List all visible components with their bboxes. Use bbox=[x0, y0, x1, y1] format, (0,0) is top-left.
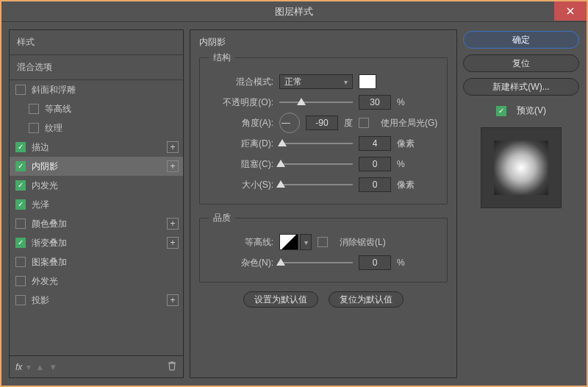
add-effect-icon[interactable]: + bbox=[167, 218, 179, 230]
style-label: 渐变叠加 bbox=[32, 237, 67, 249]
size-input[interactable]: 0 bbox=[359, 177, 391, 192]
shadow-color-swatch[interactable] bbox=[359, 74, 376, 89]
add-effect-icon[interactable]: + bbox=[167, 237, 179, 249]
noise-input[interactable]: 0 bbox=[359, 255, 391, 270]
styles-footer: fx ▾ ▲ ▼ bbox=[9, 356, 184, 378]
style-checkbox[interactable] bbox=[15, 161, 26, 171]
size-slider[interactable] bbox=[279, 180, 353, 190]
style-item-10[interactable]: 外发光 bbox=[10, 271, 183, 291]
style-item-3[interactable]: 描边+ bbox=[10, 138, 183, 157]
layer-style-dialog: 图层样式 样式 混合选项 斜面和浮雕等高线纹理描边+内阴影+内发光光泽颜色叠加+… bbox=[0, 0, 588, 387]
style-checkbox[interactable] bbox=[15, 219, 26, 229]
blend-mode-select[interactable]: 正常 ▾ bbox=[279, 74, 353, 89]
style-checkbox[interactable] bbox=[15, 276, 26, 286]
trash-icon[interactable] bbox=[167, 361, 177, 373]
close-icon bbox=[567, 7, 574, 15]
style-item-7[interactable]: 颜色叠加+ bbox=[10, 214, 183, 233]
styles-panel: 样式 混合选项 斜面和浮雕等高线纹理描边+内阴影+内发光光泽颜色叠加+渐变叠加+… bbox=[9, 29, 184, 356]
opacity-unit: % bbox=[397, 97, 405, 107]
opacity-input[interactable]: 30 bbox=[359, 95, 391, 110]
contour-dropdown[interactable]: ▾ bbox=[300, 234, 312, 250]
style-item-2[interactable]: 纹理 bbox=[10, 118, 183, 138]
chevron-down-icon: ▾ bbox=[344, 78, 348, 86]
blend-mode-label: 混合模式: bbox=[209, 76, 273, 88]
add-effect-icon[interactable]: + bbox=[167, 141, 179, 153]
noise-slider[interactable] bbox=[279, 258, 353, 268]
preview-label: 预览(V) bbox=[517, 104, 546, 117]
style-checkbox[interactable] bbox=[15, 295, 26, 305]
cancel-button[interactable]: 复位 bbox=[463, 54, 579, 72]
style-label: 斜面和浮雕 bbox=[32, 84, 76, 96]
style-item-4[interactable]: 内阴影+ bbox=[10, 157, 183, 176]
new-style-button[interactable]: 新建样式(W)... bbox=[463, 78, 579, 96]
noise-unit: % bbox=[397, 258, 405, 268]
preview-checkbox[interactable] bbox=[496, 106, 506, 116]
antialias-checkbox[interactable] bbox=[318, 237, 328, 247]
style-checkbox[interactable] bbox=[15, 180, 26, 191]
add-effect-icon[interactable]: + bbox=[167, 160, 179, 172]
set-default-button[interactable]: 设置为默认值 bbox=[243, 291, 318, 308]
global-light-checkbox[interactable] bbox=[359, 118, 369, 128]
chevron-down-icon: ▾ bbox=[304, 238, 308, 246]
style-item-11[interactable]: 投影+ bbox=[10, 291, 183, 310]
style-checkbox[interactable] bbox=[15, 199, 26, 210]
close-button[interactable] bbox=[554, 1, 587, 21]
angle-dial[interactable] bbox=[279, 113, 300, 133]
style-checkbox[interactable] bbox=[15, 85, 26, 95]
fx-menu[interactable]: fx bbox=[15, 362, 22, 372]
choke-label: 阻塞(C): bbox=[209, 158, 273, 171]
style-item-9[interactable]: 图案叠加 bbox=[10, 252, 183, 271]
move-down-icon[interactable]: ▼ bbox=[49, 362, 57, 372]
style-checkbox[interactable] bbox=[29, 123, 39, 133]
angle-label: 角度(A): bbox=[209, 117, 273, 129]
choke-slider[interactable] bbox=[279, 159, 353, 169]
right-panel: 确定 复位 新建样式(W)... 预览(V) bbox=[463, 29, 579, 378]
effect-settings-panel: 内阴影 结构 混合模式: 正常 ▾ 不透明度(O): 30 % bbox=[190, 29, 457, 378]
style-label: 描边 bbox=[32, 141, 49, 154]
style-item-5[interactable]: 内发光 bbox=[10, 176, 183, 195]
style-item-8[interactable]: 渐变叠加+ bbox=[10, 233, 183, 252]
choke-input[interactable]: 0 bbox=[359, 157, 391, 171]
angle-unit: 度 bbox=[344, 117, 353, 129]
styles-header[interactable]: 样式 bbox=[10, 30, 183, 55]
opacity-slider[interactable] bbox=[279, 97, 353, 107]
style-label: 内阴影 bbox=[32, 160, 58, 173]
opacity-label: 不透明度(O): bbox=[209, 96, 273, 109]
style-item-6[interactable]: 光泽 bbox=[10, 195, 183, 214]
style-label: 图案叠加 bbox=[32, 256, 67, 269]
preview-box bbox=[481, 127, 562, 208]
style-checkbox[interactable] bbox=[15, 142, 26, 152]
distance-slider[interactable] bbox=[279, 138, 353, 149]
style-checkbox[interactable] bbox=[15, 238, 26, 248]
size-label: 大小(S): bbox=[209, 179, 273, 191]
style-label: 颜色叠加 bbox=[32, 218, 67, 230]
style-label: 光泽 bbox=[32, 199, 49, 211]
move-up-icon[interactable]: ▲ bbox=[35, 362, 44, 372]
style-item-1[interactable]: 等高线 bbox=[10, 99, 183, 118]
choke-unit: % bbox=[397, 159, 405, 169]
style-checkbox[interactable] bbox=[15, 257, 26, 267]
antialias-label: 消除锯齿(L) bbox=[340, 236, 386, 249]
distance-unit: 像素 bbox=[397, 138, 415, 150]
reset-default-button[interactable]: 复位为默认值 bbox=[329, 291, 404, 308]
ok-button[interactable]: 确定 bbox=[463, 31, 579, 49]
style-item-0[interactable]: 斜面和浮雕 bbox=[10, 80, 183, 99]
chevron-down-icon: ▾ bbox=[26, 362, 31, 372]
style-label: 纹理 bbox=[45, 122, 62, 135]
preview-swatch bbox=[494, 141, 548, 195]
structure-group: 结构 混合模式: 正常 ▾ 不透明度(O): 30 % 角度(A): bbox=[199, 52, 448, 205]
angle-input[interactable]: -90 bbox=[306, 116, 338, 130]
noise-label: 杂色(N): bbox=[209, 257, 273, 269]
style-checkbox[interactable] bbox=[29, 104, 39, 114]
style-label: 内发光 bbox=[32, 180, 58, 192]
distance-input[interactable]: 4 bbox=[359, 136, 391, 151]
panel-title: 内阴影 bbox=[199, 36, 448, 49]
contour-label: 等高线: bbox=[209, 236, 273, 249]
blending-options-header[interactable]: 混合选项 bbox=[10, 55, 183, 80]
style-label: 等高线 bbox=[45, 103, 71, 116]
add-effect-icon[interactable]: + bbox=[167, 294, 179, 306]
contour-picker[interactable] bbox=[279, 234, 298, 250]
blend-mode-value: 正常 bbox=[284, 76, 302, 88]
style-label: 外发光 bbox=[32, 275, 58, 288]
quality-legend: 品质 bbox=[209, 212, 235, 224]
